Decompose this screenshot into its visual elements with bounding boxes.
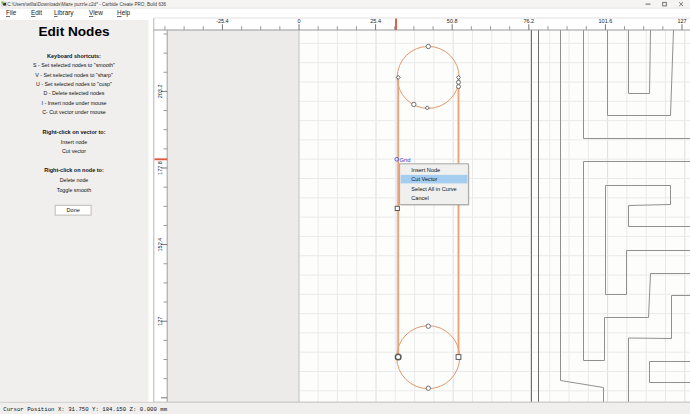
svg-text:101.6: 101.6	[599, 18, 613, 24]
svg-text:Help: Help	[117, 9, 131, 17]
svg-text:Right-click on node to:: Right-click on node to:	[44, 167, 104, 173]
svg-text:U - Set selected nodes to "cus: U - Set selected nodes to "cusp"	[36, 81, 112, 87]
svg-text:Insert node: Insert node	[61, 139, 88, 145]
svg-text:-25.4: -25.4	[216, 18, 229, 24]
svg-text:127: 127	[677, 18, 686, 24]
svg-text:Right-click on vector to:: Right-click on vector to:	[43, 129, 106, 135]
svg-text:25.4: 25.4	[370, 18, 381, 24]
svg-text:152.4: 152.4	[157, 238, 163, 252]
svg-text:Cancel: Cancel	[411, 195, 428, 201]
svg-text:I - Insert node under mouse: I - Insert node under mouse	[41, 100, 106, 106]
svg-text:Toggle smooth: Toggle smooth	[57, 187, 92, 193]
svg-text:C:\Users\willia\Downloads\Maze: C:\Users\willia\Downloads\Maze puzzle.c2…	[7, 2, 166, 7]
svg-text:C- Cut vector under mouse: C- Cut vector under mouse	[42, 109, 106, 115]
svg-text:0: 0	[297, 18, 300, 24]
svg-text:Cut vector: Cut vector	[62, 148, 86, 154]
svg-text:Insert Node: Insert Node	[411, 167, 440, 173]
svg-text:Edit Nodes: Edit Nodes	[39, 24, 110, 39]
svg-text:Select All in Curve: Select All in Curve	[411, 186, 456, 192]
svg-text:S - Set selected nodes to "smo: S - Set selected nodes to "smooth"	[33, 62, 115, 68]
svg-text:File: File	[6, 9, 17, 16]
svg-text:Done: Done	[67, 207, 80, 213]
svg-text:203.2: 203.2	[157, 85, 163, 99]
svg-text:Cut Vector: Cut Vector	[411, 176, 437, 182]
svg-text:Delete node: Delete node	[60, 177, 89, 183]
svg-text:Keyboard shortcuts:: Keyboard shortcuts:	[47, 53, 101, 59]
svg-text:127: 127	[157, 317, 163, 326]
svg-text:Grid: Grid	[400, 157, 411, 163]
svg-text:View: View	[89, 9, 103, 16]
svg-text:76.2: 76.2	[523, 18, 534, 24]
svg-text:Library: Library	[54, 9, 74, 17]
svg-text:V - Set selected nodes to "sha: V - Set selected nodes to "sharp"	[35, 72, 113, 78]
svg-text:177.8: 177.8	[157, 161, 163, 175]
svg-text:Cursor Position X: 31.750 Y: 1: Cursor Position X: 31.750 Y: 184.150 Z: …	[3, 406, 167, 413]
svg-text:D - Delete selected nodes: D - Delete selected nodes	[44, 90, 105, 96]
svg-text:Edit: Edit	[31, 9, 42, 16]
svg-text:50.8: 50.8	[447, 18, 458, 24]
